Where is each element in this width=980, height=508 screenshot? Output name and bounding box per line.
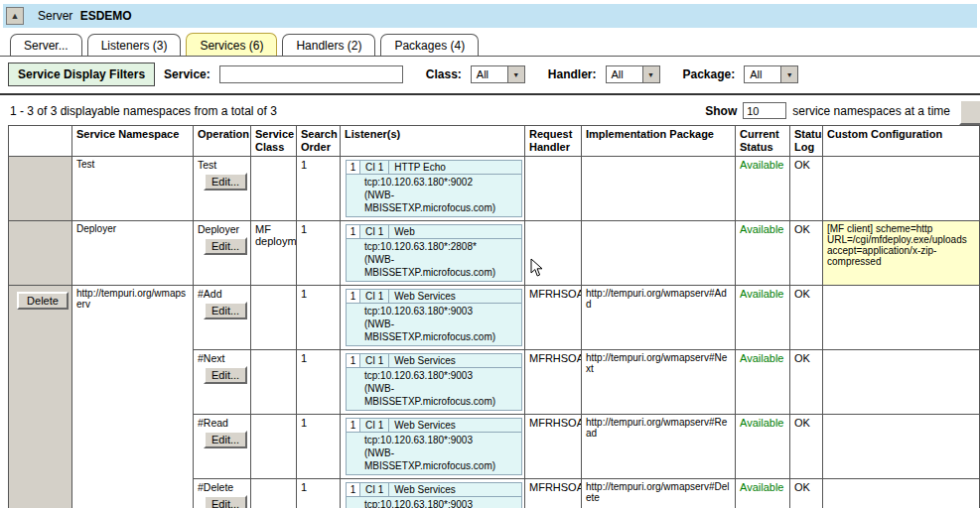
listener-conversation: CI 1 — [360, 483, 389, 496]
pagination-row: 1 - 3 of 3 displayable namespaces from a… — [0, 95, 980, 125]
listener-conversation: CI 1 — [360, 290, 389, 303]
dropdown-arrow-icon: ▼ — [507, 66, 524, 82]
listener-conversation: CI 1 — [360, 354, 389, 367]
status-log-cell: OK — [790, 286, 823, 350]
current-status-cell: Available — [736, 350, 790, 415]
tab-handlers[interactable]: Handlers (2) — [282, 34, 375, 56]
class-filter-value: All — [472, 66, 507, 82]
search-order-cell: 1 — [297, 286, 341, 350]
handler-filter-value: All — [607, 66, 642, 82]
service-namespace-cell: Test — [72, 157, 194, 221]
listener-index: 1 — [347, 225, 360, 239]
listener-name: Web — [389, 225, 419, 238]
edit-button[interactable]: Edit... — [204, 431, 247, 448]
service-namespace-cell: Deployer — [72, 221, 194, 286]
col-header-current-status: Current Status — [736, 126, 790, 157]
collapse-triangle-icon: ▲ — [11, 11, 20, 21]
tab-listeners[interactable]: Listeners (3) — [87, 34, 182, 56]
col-header-search-order: Search Order — [297, 126, 341, 157]
search-order-cell: 1 — [297, 221, 341, 286]
current-status-cell: Available — [736, 286, 790, 350]
show-count-group: Show service namespaces at a time — [705, 102, 950, 119]
listener-cell: 1 CI 1 Web tcp:10.120.63.180*:2808* (NWB… — [341, 221, 525, 286]
listener-box: 1 CI 1 HTTP Echo tcp:10.120.63.180*:9002… — [346, 160, 522, 217]
listener-host: (NWB-MBISSETXP.microfocus.com) — [364, 382, 517, 408]
status-log-cell: OK — [790, 157, 823, 221]
dropdown-arrow-icon: ▼ — [642, 66, 659, 82]
col-header-implementation: Implementation Package — [582, 126, 736, 157]
listener-name: HTTP Echo — [389, 161, 451, 174]
delete-button[interactable]: Delete — [17, 292, 69, 310]
collapse-button[interactable]: ▲ — [6, 7, 24, 25]
col-header-listeners: Listener(s) — [341, 126, 525, 157]
request-handler-cell: MFRHSOAP — [525, 350, 582, 415]
edit-button[interactable]: Edit... — [204, 237, 247, 255]
edit-button[interactable]: Edit... — [204, 366, 247, 384]
listener-index: 1 — [347, 290, 360, 304]
service-class-cell — [251, 479, 297, 508]
custom-config-cell — [823, 415, 980, 479]
class-filter-select[interactable]: All ▼ — [471, 65, 525, 83]
listener-name: Web Services — [389, 483, 461, 496]
package-filter-label: Package: — [683, 67, 736, 81]
operation-cell: Test Edit... — [194, 157, 251, 221]
operation-name: Deployer — [198, 223, 246, 235]
package-filter-select[interactable]: All ▼ — [744, 65, 798, 83]
col-header-namespace: Service Namespace — [72, 126, 194, 157]
custom-config-cell — [823, 479, 980, 508]
tab-packages[interactable]: Packages (4) — [380, 34, 479, 56]
filter-bar: Service Display Filters Service: Class: … — [0, 57, 980, 95]
status-log-cell: OK — [790, 350, 823, 415]
edit-button[interactable]: Edit... — [204, 302, 247, 319]
status-log-cell: OK — [790, 479, 823, 508]
listener-cell: 1 CI 1 Web Services tcp:10.120.63.180*:9… — [341, 286, 525, 350]
listener-host: (NWB-MBISSETXP.microfocus.com) — [364, 253, 517, 279]
page-title: Server ESDEMO — [38, 9, 132, 23]
col-header-custom-config: Custom Configuration — [823, 126, 980, 157]
request-handler-cell — [525, 221, 582, 286]
listener-name: Web Services — [389, 354, 461, 367]
service-namespace-cell: http://tempuri.org/wmapserv — [72, 286, 194, 508]
listener-box: 1 CI 1 Web Services tcp:10.120.63.180*:9… — [346, 418, 522, 475]
service-class-cell: MF deployment — [251, 221, 297, 286]
tab-server[interactable]: Server... — [10, 34, 82, 56]
edit-button[interactable]: Edit... — [204, 495, 247, 508]
current-status-cell: Available — [736, 479, 790, 508]
col-header-actions — [9, 126, 72, 157]
service-class-cell — [251, 350, 297, 415]
listener-address: tcp:10.120.63.180*:9003 — [364, 498, 517, 508]
listener-address: tcp:10.120.63.180*:9003 — [364, 434, 517, 446]
edge-button[interactable] — [959, 99, 980, 125]
listener-address: tcp:10.120.63.180*:9003 — [364, 369, 517, 382]
listener-box: 1 CI 1 Web Services tcp:10.120.63.180*:9… — [346, 482, 522, 508]
listener-index: 1 — [347, 419, 360, 433]
show-count-input[interactable] — [743, 102, 786, 119]
listener-box: 1 CI 1 Web Services tcp:10.120.63.180*:9… — [346, 353, 522, 411]
service-class-cell — [251, 157, 297, 221]
col-header-status-log: Status Log — [790, 126, 823, 157]
listener-index: 1 — [347, 161, 360, 175]
listener-box: 1 CI 1 Web Services tcp:10.120.63.180*:9… — [346, 289, 522, 346]
operation-name: #Next — [198, 352, 246, 364]
search-order-cell: 1 — [297, 415, 341, 479]
operation-cell: #Read Edit... — [194, 415, 251, 479]
row-actions-cell — [9, 157, 72, 221]
server-title-prefix: Server — [38, 9, 72, 23]
current-status-cell: Available — [736, 157, 790, 221]
col-header-operation: Operation — [194, 126, 251, 157]
handler-filter-select[interactable]: All ▼ — [606, 65, 660, 83]
listener-address: tcp:10.120.63.180*:2808* — [364, 240, 517, 253]
tab-services[interactable]: Services (6) — [186, 33, 277, 56]
operation-cell: Deployer Edit... — [194, 221, 251, 286]
show-suffix-label: service namespaces at a time — [792, 104, 950, 118]
service-filter-input[interactable] — [219, 65, 403, 83]
current-status-cell: Available — [736, 415, 790, 479]
listener-address: tcp:10.120.63.180*:9002 — [364, 176, 517, 189]
listener-host: (NWB-MBISSETXP.microfocus.com) — [364, 446, 517, 472]
edit-button[interactable]: Edit... — [204, 173, 247, 190]
package-filter-value: All — [745, 66, 780, 82]
operation-name: #Delete — [198, 481, 246, 493]
listener-host: (NWB-MBISSETXP.microfocus.com) — [364, 189, 517, 214]
request-handler-cell: MFRHSOAP — [525, 415, 582, 479]
operation-name: #Add — [198, 288, 246, 300]
